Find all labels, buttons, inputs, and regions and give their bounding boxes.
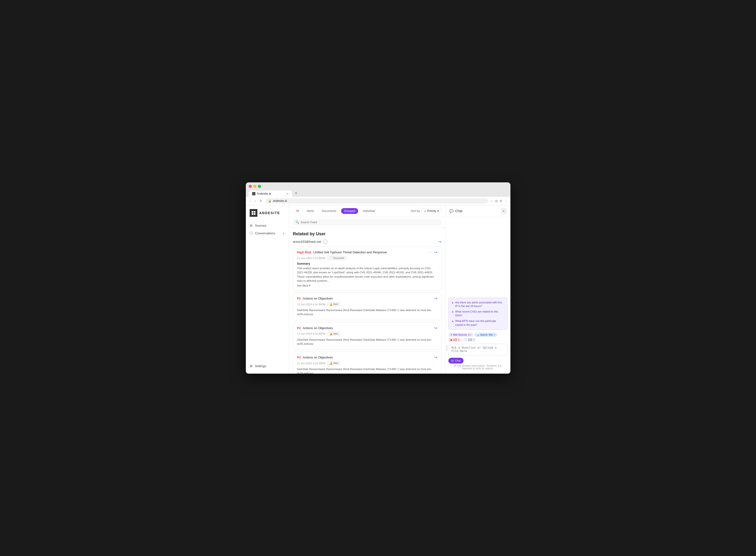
alert-badge-2: 🔔 Alert <box>327 332 340 336</box>
chat-input[interactable] <box>452 346 504 353</box>
chevron-up-icon: ▲ <box>282 232 285 235</box>
card-share-button-1[interactable]: ↪ <box>434 250 437 254</box>
card-date-2: 11-Jun-2024 4:24:36PM <box>297 303 325 306</box>
tab-documents[interactable]: Documents <box>319 208 339 214</box>
browser-toolbar-icons: ☆ ⊞ ⚙ ⋮ <box>490 199 507 203</box>
new-tab-button[interactable]: + <box>293 190 299 197</box>
add-sources-button[interactable]: ✦ Add Sources ⌘K <box>448 333 473 337</box>
sidebar-item-sources[interactable]: ⊞ Sources <box>246 221 289 229</box>
card-date-3: 11-Jun-2024 4:24:36PM <box>297 332 325 335</box>
conversations-icon: ☐ <box>250 231 253 235</box>
user-header-1: arzoo153@frack.net → ↪ <box>293 239 441 244</box>
chat-bubble-icon: 💬 <box>449 209 454 213</box>
priority-p2-badge-1: P2 <box>297 297 301 300</box>
sort-by-label: Sort by <box>410 209 420 213</box>
suggestion-item-3[interactable]: ✦ What APTs have use this particular exp… <box>452 319 504 327</box>
sparkle-icon-1: ✦ <box>452 301 454 305</box>
tab-individual[interactable]: Individual <box>360 208 378 214</box>
svg-rect-2 <box>252 213 253 215</box>
settings-item[interactable]: ⚙ Settings <box>250 364 285 368</box>
card-body-2: DarkSide Ransomware Ransomware Revil Ran… <box>297 308 437 317</box>
chat-circle-icon: ◎ <box>451 359 454 362</box>
card-share-button-2[interactable]: ↪ <box>434 296 437 301</box>
risk-high-badge: High Risk <box>297 250 312 254</box>
card-meta-1: 11-Jun-2024 4:24:36PM 📄 Document <box>297 256 437 260</box>
chat-suggestions: ✦ Are there any alerts associated with t… <box>448 298 507 330</box>
url-display: andesite.ai <box>273 199 287 203</box>
splunk-icon: 📊 <box>476 334 479 336</box>
card-title-3: Actions on Objectives <box>302 326 432 330</box>
user-share-button-1[interactable]: ↪ <box>438 239 441 244</box>
see-more-button[interactable]: See More ▾ <box>297 284 437 287</box>
source-123-close-1[interactable]: × <box>458 339 460 341</box>
chat-send-button[interactable]: ◎ Chat <box>448 358 464 363</box>
sidebar-conversations-label: Conversations <box>255 232 280 235</box>
tab-bar: Andesite.ai ✕ + <box>249 190 507 197</box>
svg-rect-3 <box>254 213 255 215</box>
toolbar: All Alerts Documents Grouped Individual … <box>289 205 445 217</box>
source-123-close-2[interactable]: × <box>473 339 475 341</box>
extensions-icon[interactable]: ⚙ <box>500 199 502 203</box>
card-title-1: Unified Volt Typhoon Threat Detection an… <box>313 250 426 254</box>
chat-title: 💬 Chat <box>449 209 463 213</box>
card-header-2: P2 Actions on Objectives ↪ <box>297 296 437 301</box>
tab-grid-icon[interactable]: ⊞ <box>495 199 498 203</box>
logo-area: ANDESITE <box>246 209 289 221</box>
sidebar: ANDESITE ⊞ Sources ☐ Conversations ▲ ⚙ S… <box>246 205 289 374</box>
splunk-label: Splunk: Win <box>480 334 493 336</box>
card-header-1: High Risk Unified Volt Typhoon Threat De… <box>297 250 437 254</box>
card-more-options[interactable]: ··· <box>427 250 432 254</box>
maximize-button[interactable] <box>258 185 261 188</box>
reload-button[interactable]: ↻ <box>259 199 263 203</box>
document-badge: 📄 Document <box>327 256 347 260</box>
sort-dropdown[interactable]: ◎ Priority ▾ <box>421 208 441 214</box>
user-circle-icon[interactable]: → <box>323 240 327 244</box>
card-meta-4: 11-Jun-2024 4:24:36PM 🔔 Alert <box>297 361 437 365</box>
splunk-close-icon[interactable]: × <box>494 334 495 336</box>
source-123-pill-2[interactable]: 📄 123 × <box>462 338 476 342</box>
card-date-4: 11-Jun-2024 4:24:36PM <box>297 362 325 365</box>
card-title-2: Actions on Objectives <box>302 297 432 300</box>
alert-badge-1: 🔔 Alert <box>327 302 340 306</box>
doc-icon-pill: 📄 <box>464 339 467 341</box>
suggestion-item-1[interactable]: ✦ Are there any alerts associated with t… <box>452 301 504 308</box>
active-tab[interactable]: Andesite.ai ✕ <box>249 190 292 197</box>
sidebar-item-conversations[interactable]: ☐ Conversations ▲ <box>246 229 289 237</box>
chat-input-area <box>448 344 507 356</box>
feed-content: Related by User arzoo153@frack.net → ↪ H… <box>289 228 445 374</box>
sparkle-icon-3: ✦ <box>452 319 454 323</box>
suggestion-item-2[interactable]: ✦ What recent CVEs are related to this D… <box>452 310 504 317</box>
close-button[interactable] <box>249 185 252 188</box>
tab-grouped[interactable]: Grouped <box>341 208 358 214</box>
source-123-label-2: 123 <box>468 339 472 341</box>
settings-icon: ⚙ <box>250 364 253 368</box>
menu-icon[interactable]: ⋮ <box>504 199 507 203</box>
main-content: All Alerts Documents Grouped Individual … <box>289 205 445 374</box>
card-date-1: 11-Jun-2024 4:24:36PM <box>297 257 325 259</box>
card-share-button-4[interactable]: ↪ <box>434 355 437 360</box>
forward-button[interactable]: › <box>254 199 257 203</box>
logo-text: ANDESITE <box>259 211 280 215</box>
chat-add-button[interactable]: + <box>501 208 507 214</box>
address-bar-row: ‹ › ↻ 🔒 andesite.ai ☆ ⊞ ⚙ ⋮ <box>246 197 510 205</box>
tab-all[interactable]: All <box>293 208 302 214</box>
chat-panel: 💬 Chat + ✦ Are there any <box>445 205 510 374</box>
chevron-down-small-icon: ▾ <box>309 284 311 287</box>
tab-close-button[interactable]: ✕ <box>286 192 289 195</box>
svg-rect-1 <box>254 211 255 213</box>
tab-alerts[interactable]: Alerts <box>304 208 317 214</box>
minimize-button[interactable] <box>253 185 256 188</box>
source-123-pill-1[interactable]: ◆ 123 × <box>448 338 462 342</box>
address-bar[interactable]: 🔒 andesite.ai <box>265 198 488 204</box>
card-share-button-3[interactable]: ↪ <box>434 326 437 330</box>
sidebar-bottom: ⚙ Settings <box>246 362 289 370</box>
settings-label: Settings <box>255 364 266 368</box>
feed-card-p2-3: P2 Actions on Objectives ↪ 11-Jun-2024 4… <box>293 351 441 374</box>
priority-p2-badge-3: P2 <box>297 356 301 359</box>
splunk-win-pill[interactable]: 📊 Splunk: Win × <box>474 333 497 337</box>
star-icon[interactable]: ☆ <box>490 199 493 203</box>
back-button[interactable]: ‹ <box>249 199 252 203</box>
search-input[interactable] <box>301 221 439 224</box>
user-email-1: arzoo153@frack.net <box>293 240 321 243</box>
sort-by-area: Sort by ◎ Priority ▾ <box>410 208 441 214</box>
